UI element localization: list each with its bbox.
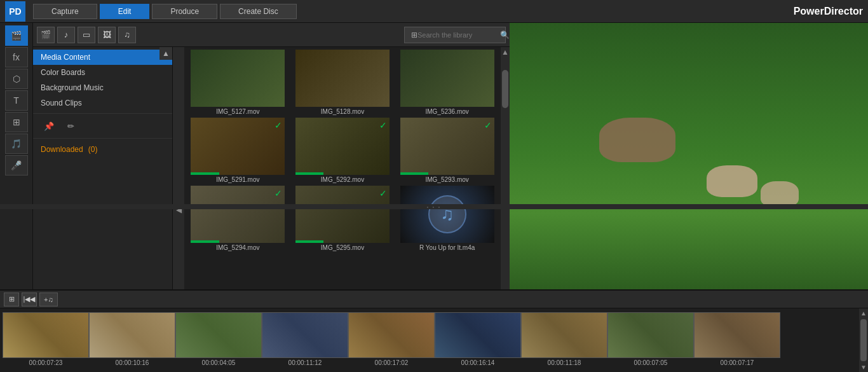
sidebar-add-icon[interactable]: 📌 <box>41 119 57 133</box>
timeline-time: 00:00:04:05 <box>202 359 236 366</box>
app-title: PowerDirector <box>794 6 863 17</box>
check-mark: ✓ <box>379 188 387 198</box>
timeline-scrollbar[interactable]: ▲ ▼ <box>859 308 868 372</box>
drag-handle[interactable]: • • • <box>0 204 868 209</box>
timeline-clip-7[interactable]: 00:00:07:05 <box>607 312 694 366</box>
top-bar: PD Capture Edit Produce Create Disc Powe… <box>0 0 868 23</box>
timeline-clip-1[interactable]: 00:00:10:16 <box>89 312 175 366</box>
timeline-scrollbar-thumb[interactable] <box>860 319 867 361</box>
sidebar-item-background-music[interactable]: Background Music <box>33 80 172 95</box>
tool-audio[interactable]: 🎵 <box>5 134 28 154</box>
downloaded-label: Downloaded <box>41 145 83 154</box>
sidebar-divider2 <box>33 138 172 139</box>
timeline-toolbar: ⊞ |◀◀ +♫ <box>0 291 868 308</box>
list-item[interactable]: ✓ IMG_5293.mov <box>396 118 498 183</box>
toolbar-music-btn[interactable]: ♫ <box>118 27 136 43</box>
timeline-add-btn[interactable]: +♫ <box>39 293 58 307</box>
tab-produce[interactable]: Produce <box>152 4 217 19</box>
tab-create-disc[interactable]: Create Disc <box>220 4 297 19</box>
list-item[interactable]: IMG_5128.mov <box>292 50 394 115</box>
timeline-time: 00:00:16:14 <box>461 359 495 366</box>
timeline-time: 00:00:11:18 <box>548 359 581 366</box>
timeline-scroll-up[interactable]: ▲ <box>859 308 868 318</box>
check-mark: ✓ <box>484 120 492 130</box>
check-mark: ✓ <box>275 188 282 198</box>
timeline-time: 00:00:07:23 <box>29 359 63 366</box>
media-label: IMG_5127.mov <box>216 108 259 115</box>
toolbar-image-btn[interactable]: 🖼 <box>98 27 116 43</box>
check-mark: ✓ <box>275 120 282 130</box>
list-item[interactable]: ✓ IMG_5294.mov <box>187 186 289 251</box>
list-item[interactable]: ✓ IMG_5291.mov <box>187 118 289 183</box>
search-input[interactable] <box>417 31 500 39</box>
scroll-up-arrow[interactable]: ▲ <box>501 47 510 57</box>
tool-media[interactable]: 🎬 <box>5 25 28 46</box>
timeline-clip-4[interactable]: 00:00:17:02 <box>348 312 435 366</box>
toolbar-screen-btn[interactable]: ▭ <box>78 27 95 43</box>
app-logo: PD <box>5 1 25 22</box>
timeline-clips: 00:00:07:23 00:00:10:16 00:00:04:05 00:0… <box>0 311 783 369</box>
media-label: IMG_5295.mov <box>321 244 364 251</box>
bottom-timeline: ⊞ |◀◀ +♫ 00:00:07:23 00:00:10:16 <box>0 289 868 372</box>
list-item[interactable]: ✓ IMG_5292.mov <box>292 118 394 183</box>
scrollbar-thumb[interactable] <box>502 70 508 108</box>
check-mark: ✓ <box>379 120 387 130</box>
toolbar-audio-btn[interactable]: ♪ <box>57 27 75 43</box>
sidebar-item-sound-clips[interactable]: Sound Clips <box>33 95 172 111</box>
tool-text[interactable]: T <box>5 90 28 111</box>
sidebar-downloaded: Downloaded (0) <box>33 141 172 158</box>
toolbar-media-btn[interactable]: 🎬 <box>37 27 55 43</box>
media-label: IMG_5236.mov <box>425 108 468 115</box>
media-label: R You Up for It.m4a <box>419 244 475 251</box>
sidebar-item-color-boards[interactable]: Color Boards <box>33 65 172 80</box>
tool-filter[interactable]: ⊞ <box>5 112 28 132</box>
grid-view-icon[interactable]: ⊞ <box>411 28 417 42</box>
list-item[interactable]: IMG_5127.mov <box>187 50 289 115</box>
progress-bar <box>400 172 428 175</box>
sidebar-divider <box>33 113 172 114</box>
list-item[interactable]: ✓ IMG_5295.mov <box>292 186 394 251</box>
timeline-clip-8[interactable]: 00:00:07:17 <box>694 312 780 366</box>
progress-bar <box>191 240 219 243</box>
timeline-time: 00:00:11:12 <box>288 359 322 366</box>
timeline-clip-3[interactable]: 00:00:11:12 <box>262 312 348 366</box>
timeline-time: 00:00:07:05 <box>634 359 668 366</box>
tool-fx[interactable]: fx <box>5 47 28 67</box>
downloaded-count: (0) <box>88 145 98 154</box>
progress-bar <box>191 172 219 175</box>
timeline-time: 00:00:17:02 <box>375 359 409 366</box>
content-toolbar: 🎬 ♪ ▭ 🖼 ♫ ⊞ 🔍 <box>33 23 510 47</box>
timeline-time: 00:00:07:17 <box>721 359 754 366</box>
timeline-clip-5[interactable]: 00:00:16:14 <box>435 312 521 366</box>
sidebar-edit-icon[interactable]: ✏ <box>62 119 79 133</box>
top-tabs: Capture Edit Produce Create Disc <box>33 4 794 19</box>
search-icon[interactable]: 🔍 <box>500 31 510 39</box>
progress-bar <box>295 172 323 175</box>
timeline-clips-container[interactable]: 00:00:07:23 00:00:10:16 00:00:04:05 00:0… <box>0 308 868 372</box>
media-label: IMG_5293.mov <box>425 176 468 183</box>
sidebar-item-media-content[interactable]: Media Content <box>33 50 172 65</box>
media-label: IMG_5128.mov <box>321 108 364 115</box>
sidebar-icons: 📌 ✏ <box>33 116 172 135</box>
media-label: IMG_5294.mov <box>216 244 259 251</box>
progress-bar <box>295 240 323 243</box>
tab-capture[interactable]: Capture <box>33 4 97 19</box>
timeline-skip-start[interactable]: |◀◀ <box>22 293 37 307</box>
timeline-time: 00:00:10:16 <box>116 359 149 366</box>
timeline-clip-2[interactable]: 00:00:04:05 <box>175 312 262 366</box>
music-icon: ♫ <box>428 195 466 233</box>
tool-transitions[interactable]: ⬡ <box>5 69 28 89</box>
timeline-grid-icon[interactable]: ⊞ <box>4 293 19 307</box>
tool-mic[interactable]: 🎤 <box>5 155 28 176</box>
timeline-clip-0[interactable]: 00:00:07:23 <box>3 312 89 366</box>
tab-edit[interactable]: Edit <box>100 4 150 19</box>
sidebar-scroll-up[interactable]: ▲ <box>159 47 172 60</box>
timeline-scroll-down[interactable]: ▼ <box>859 362 868 372</box>
media-label: IMG_5291.mov <box>216 176 259 183</box>
media-label: IMG_5292.mov <box>321 176 364 183</box>
media-grid: IMG_5127.mov IMG_5128.mov IMG_5236.mov <box>187 50 498 251</box>
list-item[interactable]: ♫ R You Up for It.m4a <box>396 186 498 251</box>
list-item[interactable]: IMG_5236.mov <box>396 50 498 115</box>
search-box: ⊞ 🔍 <box>404 27 506 43</box>
timeline-clip-6[interactable]: 00:00:11:18 <box>521 312 607 366</box>
